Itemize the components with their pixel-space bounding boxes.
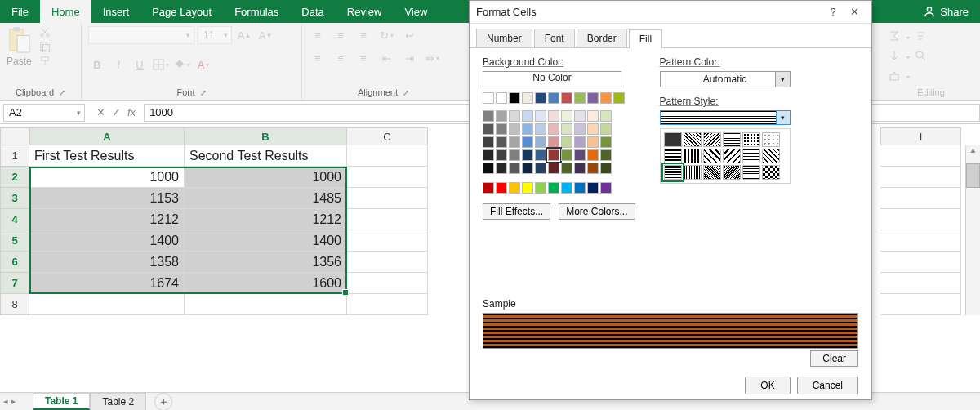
- paste-button[interactable]: Paste: [7, 26, 32, 67]
- color-swatch[interactable]: [561, 182, 572, 194]
- pattern-swatch[interactable]: [723, 132, 741, 147]
- color-swatch[interactable]: [561, 163, 572, 174]
- color-swatch[interactable]: [483, 149, 494, 161]
- help-icon[interactable]: ?: [822, 6, 844, 18]
- borders-button[interactable]: [152, 56, 170, 74]
- font-color-button[interactable]: A: [194, 56, 212, 74]
- copy-icon[interactable]: [38, 41, 51, 52]
- color-swatch[interactable]: [496, 149, 507, 161]
- cell-b3[interactable]: 1485: [185, 188, 347, 209]
- pattern-swatch[interactable]: [762, 149, 780, 163]
- cell-c7[interactable]: [347, 273, 428, 294]
- color-swatch[interactable]: [600, 163, 612, 174]
- color-swatch[interactable]: [587, 92, 599, 104]
- cell-b8[interactable]: [185, 294, 347, 315]
- color-swatch[interactable]: [535, 123, 546, 135]
- cell-i8[interactable]: [880, 294, 961, 315]
- row-header[interactable]: 8: [0, 294, 29, 315]
- color-swatch[interactable]: [574, 92, 586, 104]
- color-swatch[interactable]: [600, 149, 612, 161]
- cell-a1[interactable]: First Test Results: [29, 145, 185, 167]
- align-center-icon[interactable]: ≡: [332, 49, 350, 67]
- tab-formulas[interactable]: Formulas: [223, 0, 290, 23]
- pattern-swatch[interactable]: [684, 149, 702, 163]
- merge-center-icon[interactable]: ⇔: [423, 49, 441, 67]
- cell-a6[interactable]: 1358: [29, 252, 185, 273]
- pattern-style-combo[interactable]: ▾: [660, 110, 791, 125]
- font-name-combo[interactable]: [88, 26, 194, 44]
- color-swatch[interactable]: [587, 163, 599, 174]
- color-swatch[interactable]: [587, 182, 599, 194]
- pattern-swatch[interactable]: [762, 132, 780, 147]
- color-swatch[interactable]: [496, 92, 507, 104]
- cell-b5[interactable]: 1400: [185, 230, 347, 252]
- cell-c3[interactable]: [347, 188, 428, 209]
- color-swatch[interactable]: [509, 92, 520, 104]
- pattern-swatch[interactable]: [684, 132, 702, 147]
- color-swatch[interactable]: [574, 182, 586, 194]
- dialog-tab-fill[interactable]: Fill: [629, 29, 662, 48]
- no-color-button[interactable]: No Color: [483, 71, 621, 87]
- share-button[interactable]: Share: [912, 0, 980, 23]
- no-color-swatch[interactable]: [483, 92, 494, 104]
- color-swatch[interactable]: [574, 136, 586, 148]
- row-header[interactable]: 4: [0, 209, 29, 230]
- decrease-indent-icon[interactable]: ⇤: [377, 49, 395, 67]
- tab-file[interactable]: File: [0, 0, 40, 23]
- col-header-a[interactable]: A: [29, 127, 185, 145]
- cell-c4[interactable]: [347, 209, 428, 230]
- pattern-swatch[interactable]: [723, 165, 741, 180]
- cell-i2[interactable]: [880, 167, 961, 188]
- cell-i5[interactable]: [880, 230, 961, 252]
- align-middle-icon[interactable]: ≡: [332, 26, 350, 44]
- row-header[interactable]: 3: [0, 188, 29, 209]
- cell-b2[interactable]: 1000: [185, 167, 347, 188]
- cell-b1[interactable]: Second Test Results: [185, 145, 347, 167]
- cancel-button[interactable]: Cancel: [797, 377, 858, 394]
- alignment-launcher-icon[interactable]: ⤢: [403, 88, 409, 97]
- color-swatch[interactable]: [496, 136, 507, 148]
- col-header-i[interactable]: I: [880, 127, 961, 145]
- pattern-swatch[interactable]: [664, 149, 682, 163]
- name-box[interactable]: A2: [3, 104, 85, 122]
- tab-view[interactable]: View: [393, 0, 439, 23]
- cell-i7[interactable]: [880, 273, 961, 294]
- color-swatch[interactable]: [574, 123, 586, 135]
- color-swatch[interactable]: [587, 123, 599, 135]
- col-header-b[interactable]: B: [185, 127, 347, 145]
- autosum-icon[interactable]: [889, 30, 900, 42]
- cell-i4[interactable]: [880, 209, 961, 230]
- color-swatch[interactable]: [613, 92, 625, 104]
- pattern-swatch[interactable]: [723, 149, 741, 163]
- color-swatch[interactable]: [548, 110, 559, 122]
- pattern-swatch[interactable]: [742, 132, 760, 147]
- bold-button[interactable]: B: [88, 56, 106, 74]
- cell-c1[interactable]: [347, 145, 428, 167]
- cell-a3[interactable]: 1153: [29, 188, 185, 209]
- color-swatch[interactable]: [561, 136, 572, 148]
- new-sheet-button[interactable]: ＋: [154, 393, 172, 411]
- cell-b6[interactable]: 1356: [185, 252, 347, 273]
- color-swatch[interactable]: [548, 92, 559, 104]
- clipboard-launcher-icon[interactable]: ⤢: [59, 88, 65, 97]
- fill-effects-button[interactable]: Fill Effects...: [483, 203, 550, 220]
- color-swatch[interactable]: [509, 110, 520, 122]
- enter-formula-icon[interactable]: ✓: [112, 106, 121, 118]
- pattern-swatch[interactable]: [742, 149, 760, 163]
- color-swatch[interactable]: [496, 182, 507, 194]
- dialog-tab-number[interactable]: Number: [476, 29, 532, 47]
- row-header[interactable]: 2: [0, 167, 29, 188]
- cell-c2[interactable]: [347, 167, 428, 188]
- chevron-down-icon[interactable]: ▾: [775, 72, 790, 87]
- align-bottom-icon[interactable]: ≡: [354, 26, 372, 44]
- tab-review[interactable]: Review: [336, 0, 394, 23]
- color-swatch[interactable]: [509, 163, 520, 174]
- tab-page-layout[interactable]: Page Layout: [140, 0, 223, 23]
- tab-insert[interactable]: Insert: [91, 0, 141, 23]
- ok-button[interactable]: OK: [745, 377, 790, 394]
- color-swatch[interactable]: [483, 123, 494, 135]
- color-swatch[interactable]: [600, 123, 612, 135]
- color-swatch[interactable]: [522, 149, 533, 161]
- color-swatch[interactable]: [509, 182, 520, 194]
- color-swatch[interactable]: [587, 149, 599, 161]
